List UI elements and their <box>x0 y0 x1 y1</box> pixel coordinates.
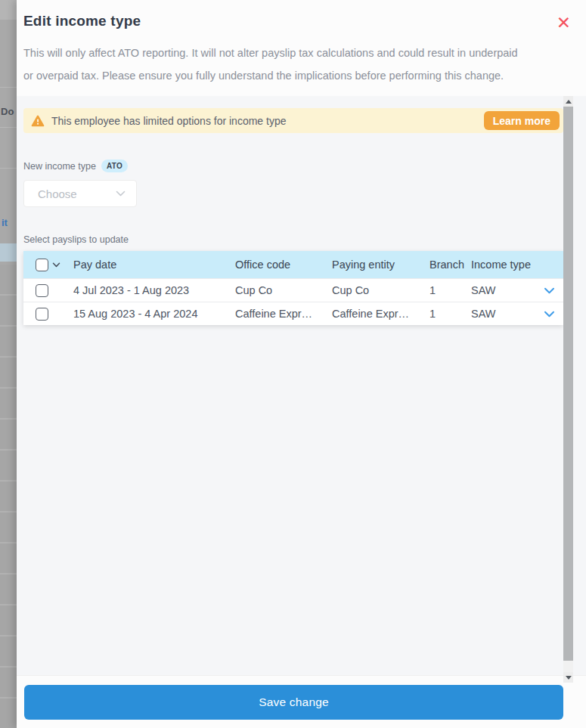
description-line-2: or overpaid tax. Please ensure you fully… <box>23 64 571 87</box>
chevron-down-icon[interactable] <box>52 262 60 268</box>
scrollbar-thumb[interactable] <box>563 107 573 661</box>
ato-badge: ATO <box>101 160 128 172</box>
modal-footer: Save change <box>17 675 586 728</box>
warning-triangle-icon <box>31 115 45 127</box>
modal-header: Edit income type ✕ <box>17 0 586 32</box>
row-checkbox[interactable] <box>36 284 48 297</box>
background-row-divider <box>0 127 17 128</box>
income-type-dropdown[interactable]: Choose <box>23 180 137 207</box>
select-payslips-label: Select payslips to update <box>23 234 563 245</box>
close-icon[interactable]: ✕ <box>557 14 571 32</box>
income-type-dropdown-value: Choose <box>38 187 77 200</box>
warning-message: This employee has limited options for in… <box>51 115 484 127</box>
cell-pay-date: 15 Aug 2023 - 4 Apr 2024 <box>73 308 235 320</box>
background-partial-link: it <box>2 217 8 228</box>
table-row: 15 Aug 2023 - 4 Apr 2024 Caffeine Expr… … <box>23 302 563 325</box>
column-header-income-type: Income type <box>471 259 542 271</box>
modal-scroll-area: This employee has limited options for in… <box>17 96 586 675</box>
cell-income-type: SAW <box>471 308 542 320</box>
triangle-down-icon <box>566 676 572 680</box>
expand-row-chevron-icon[interactable] <box>544 287 555 294</box>
column-header-paying-entity: Paying entity <box>332 259 429 271</box>
column-header-office-code: Office code <box>235 259 332 271</box>
save-change-button[interactable]: Save change <box>24 685 563 720</box>
table-header-row: Pay date Office code Paying entity Branc… <box>23 251 563 278</box>
select-all-checkbox[interactable] <box>36 259 48 271</box>
vertical-scrollbar[interactable] <box>563 96 573 675</box>
cell-paying-entity: Cup Co <box>332 284 429 296</box>
background-top-band <box>0 0 17 20</box>
table-row: 4 Jul 2023 - 1 Aug 2023 Cup Co Cup Co 1 … <box>23 278 563 302</box>
cell-pay-date: 4 Jul 2023 - 1 Aug 2023 <box>73 284 235 296</box>
learn-more-button[interactable]: Learn more <box>484 111 560 130</box>
modal-description: This will only affect ATO reporting. It … <box>17 32 586 96</box>
background-table-rows <box>0 265 17 728</box>
background-row-divider <box>0 87 17 88</box>
expand-row-chevron-icon[interactable] <box>544 311 555 318</box>
column-header-branch: Branch <box>429 259 471 271</box>
modal-title: Edit income type <box>23 13 141 29</box>
column-header-pay-date: Pay date <box>73 259 235 271</box>
background-partial-text: Do <box>1 106 14 117</box>
cell-office-code: Caffeine Expr… <box>235 308 332 320</box>
row-checkbox[interactable] <box>36 308 48 321</box>
dimmed-background-page: Do it <box>0 0 17 728</box>
edit-income-type-modal: Edit income type ✕ This will only affect… <box>17 0 586 728</box>
new-income-type-label-row: New income type ATO <box>23 160 563 172</box>
background-highlighted-row <box>0 243 17 262</box>
scrollbar-up-button[interactable] <box>563 96 573 107</box>
cell-paying-entity: Caffeine Expr… <box>332 308 429 320</box>
scrollbar-down-button[interactable] <box>563 672 573 683</box>
warning-banner: This employee has limited options for in… <box>23 108 563 133</box>
cell-branch: 1 <box>429 284 471 296</box>
triangle-up-icon <box>566 100 572 104</box>
background-row-divider <box>0 168 17 169</box>
payslip-table: Pay date Office code Paying entity Branc… <box>23 251 563 325</box>
cell-branch: 1 <box>429 308 471 320</box>
new-income-type-label: New income type <box>23 161 96 172</box>
chevron-down-icon <box>116 191 126 197</box>
description-line-1: This will only affect ATO reporting. It … <box>23 42 571 64</box>
cell-income-type: SAW <box>471 284 542 296</box>
cell-office-code: Cup Co <box>235 284 332 296</box>
